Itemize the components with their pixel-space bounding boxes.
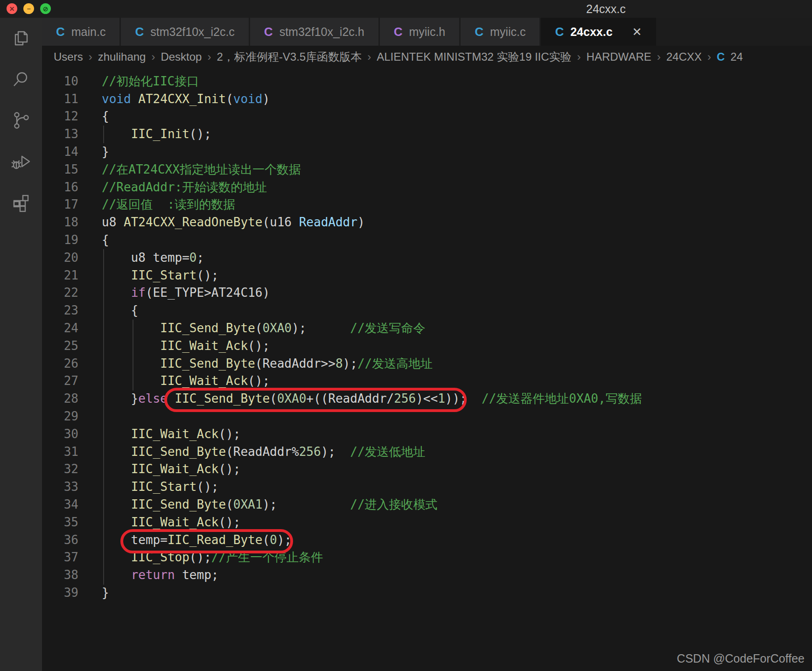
- tab-label: stm32f10x_i2c.c: [150, 25, 235, 39]
- code-text: }: [78, 143, 109, 161]
- code-line-39: 39}: [42, 584, 812, 602]
- line-number: 18: [42, 214, 78, 231]
- line-number: 31: [42, 443, 78, 461]
- code-text: IIC_Send_Byte(ReadAddr>>8);//发送高地址: [78, 355, 433, 373]
- code-text: void AT24CXX_Init(void): [78, 91, 270, 108]
- line-number: 26: [42, 355, 78, 373]
- indent-guide: [133, 320, 133, 391]
- code-line-29: 29: [42, 408, 812, 426]
- code-line-19: 19{: [42, 231, 812, 249]
- line-number: 24: [42, 320, 78, 337]
- extensions-icon[interactable]: [0, 182, 42, 223]
- code-line-24: 24 IIC_Send_Byte(0XA0); //发送写命令: [42, 320, 812, 337]
- line-number: 23: [42, 302, 78, 320]
- tab-stm32f10x_i2c.h[interactable]: Cstm32f10x_i2c.h: [250, 18, 378, 46]
- close-tab-icon[interactable]: ✕: [632, 25, 642, 39]
- tab-label: myiic.c: [490, 25, 525, 39]
- line-number: 15: [42, 161, 78, 179]
- tab-myiic.h[interactable]: Cmyiic.h: [380, 18, 460, 46]
- line-number: 38: [42, 566, 78, 584]
- breadcrumb-item[interactable]: 2，标准例程-V3.5库函数版本: [217, 49, 362, 64]
- code-line-16: 16//ReadAddr:开始读数的地址: [42, 179, 812, 196]
- code-text: [78, 408, 102, 426]
- code-line-37: 37 IIC_Stop();//产生一个停止条件: [42, 549, 812, 566]
- line-number: 33: [42, 478, 78, 496]
- tab-label: stm32f10x_i2c.h: [280, 25, 364, 39]
- breadcrumb-item[interactable]: HARDWARE: [587, 50, 651, 63]
- breadcrumb-item[interactable]: 24CXX: [666, 50, 702, 63]
- breadcrumb: Users›zhulihang›Desktop›2，标准例程-V3.5库函数版本…: [42, 46, 812, 68]
- window-title: 24cxx.c: [586, 0, 626, 18]
- breadcrumb-item[interactable]: ALIENTEK MINISTM32 实验19 IIC实验: [377, 49, 571, 64]
- h-file-icon: C: [394, 25, 403, 39]
- close-window-button[interactable]: ✕: [7, 3, 17, 14]
- code-line-33: 33 IIC_Start();: [42, 478, 812, 496]
- chevron-right-icon: ›: [367, 50, 371, 63]
- line-number: 10: [42, 73, 78, 91]
- breadcrumb-file-label[interactable]: 24: [730, 50, 743, 63]
- code-text: IIC_Wait_Ack();: [78, 372, 270, 390]
- tab-label: myiic.h: [409, 25, 445, 39]
- code-line-18: 18u8 AT24CXX_ReadOneByte(u16 ReadAddr): [42, 214, 812, 231]
- tab-24cxx.c[interactable]: C24cxx.c✕: [541, 18, 656, 46]
- chevron-right-icon: ›: [707, 50, 711, 63]
- code-text: {: [78, 108, 109, 126]
- line-number: 28: [42, 390, 78, 408]
- line-number: 32: [42, 461, 78, 478]
- tab-main.c[interactable]: Cmain.c: [42, 18, 119, 46]
- code-text: IIC_Send_Byte(0XA1); //进入接收模式: [78, 496, 438, 514]
- breadcrumb-item[interactable]: Desktop: [161, 50, 202, 63]
- explorer-icon[interactable]: [0, 18, 42, 59]
- line-number: 12: [42, 108, 78, 126]
- code-line-27: 27 IIC_Wait_Ack();: [42, 372, 812, 390]
- code-text: //返回值 :读到的数据: [78, 196, 235, 214]
- run-and-debug-icon[interactable]: [0, 141, 42, 182]
- breadcrumb-item[interactable]: zhulihang: [98, 50, 146, 63]
- code-text: }: [78, 584, 109, 602]
- code-line-38: 38 return temp;: [42, 566, 812, 584]
- code-text: IIC_Start();: [78, 267, 218, 285]
- code-line-15: 15//在AT24CXX指定地址读出一个数据: [42, 161, 812, 179]
- code-line-13: 13 IIC_Init();: [42, 126, 812, 143]
- code-text: IIC_Send_Byte(0XA0); //发送写命令: [78, 320, 426, 337]
- indent-guide: [103, 126, 104, 143]
- code-line-28: 28 }else IIC_Send_Byte(0XA0+((ReadAddr/2…: [42, 390, 812, 408]
- source-control-icon[interactable]: [0, 100, 42, 141]
- fullscreen-window-button[interactable]: ⊘: [40, 3, 51, 14]
- code-text: {: [78, 302, 138, 320]
- code-line-25: 25 IIC_Wait_Ack();: [42, 337, 812, 355]
- code-text: {: [78, 231, 109, 249]
- editor-tab-bar: Cmain.cCstm32f10x_i2c.cCstm32f10x_i2c.hC…: [42, 18, 812, 46]
- breadcrumb-item[interactable]: Users: [54, 50, 83, 63]
- line-number: 37: [42, 549, 78, 566]
- chevron-right-icon: ›: [577, 50, 581, 63]
- code-line-11: 11void AT24CXX_Init(void): [42, 91, 812, 108]
- line-number: 29: [42, 408, 78, 426]
- minimize-window-button[interactable]: −: [23, 3, 34, 14]
- line-number: 25: [42, 337, 78, 355]
- chevron-right-icon: ›: [207, 50, 211, 63]
- code-editor[interactable]: 910//初始化IIC接口11void AT24CXX_Init(void)12…: [42, 68, 812, 671]
- line-number: 9: [42, 68, 78, 73]
- c-file-icon: C: [475, 25, 483, 39]
- line-number: 39: [42, 584, 78, 602]
- chevron-right-icon: ›: [89, 50, 92, 63]
- code-text: //初始化IIC接口: [78, 73, 199, 91]
- tab-stm32f10x_i2c.c[interactable]: Cstm32f10x_i2c.c: [121, 18, 248, 46]
- code-text: u8 temp=0;: [78, 249, 204, 267]
- watermark: CSDN @CodeForCoffee: [677, 652, 805, 665]
- c-file-icon: C: [56, 25, 65, 39]
- code-text: IIC_Start();: [78, 478, 218, 496]
- code-line-23: 23 {: [42, 302, 812, 320]
- tab-myiic.c[interactable]: Cmyiic.c: [461, 18, 539, 46]
- code-text: IIC_Init();: [78, 126, 211, 143]
- search-icon[interactable]: [0, 59, 42, 100]
- tab-label: main.c: [71, 25, 106, 39]
- code-line-14: 14}: [42, 143, 812, 161]
- c-file-icon: C: [717, 50, 725, 63]
- chevron-right-icon: ›: [151, 50, 155, 63]
- code-line-10: 10//初始化IIC接口: [42, 73, 812, 91]
- line-number: 11: [42, 91, 78, 108]
- code-text: }else IIC_Send_Byte(0XA0+((ReadAddr/256)…: [78, 390, 642, 408]
- code-line-32: 32 IIC_Wait_Ack();: [42, 461, 812, 478]
